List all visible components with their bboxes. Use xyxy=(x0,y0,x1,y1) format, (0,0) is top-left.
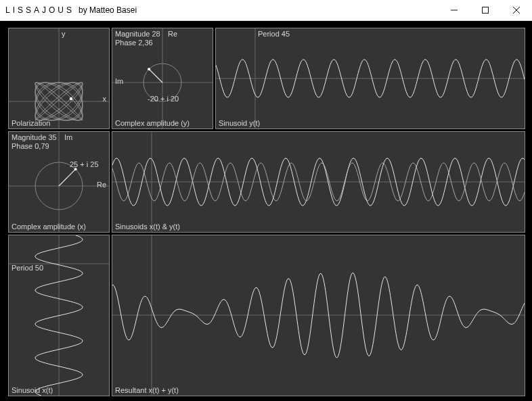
minimize-icon xyxy=(451,7,458,14)
svg-point-18 xyxy=(74,168,77,170)
app-title: LISSAJOUS xyxy=(5,5,74,15)
app-author: by Matteo Basei xyxy=(79,5,137,15)
panel-sinusoids-xy[interactable]: Sinusoids x(t) & y(t) xyxy=(112,131,525,233)
panel-resultant[interactable]: Resultant x(t) + y(t) xyxy=(112,235,525,396)
svg-point-6 xyxy=(70,97,72,100)
title-bar: LISSAJOUS by Matteo Basei xyxy=(0,0,532,21)
close-icon xyxy=(513,7,520,14)
svg-line-17 xyxy=(59,169,76,186)
panel-complex-x[interactable]: Magnitude 35 Phase 0,79 Im Re 25 + i 25 … xyxy=(8,131,110,233)
svg-line-10 xyxy=(149,69,162,82)
maximize-icon xyxy=(482,7,489,14)
svg-point-11 xyxy=(148,68,150,70)
close-button[interactable] xyxy=(501,0,532,20)
panel-polarization[interactable]: x y Polarization xyxy=(8,28,110,129)
panel-sinusoid-y[interactable]: Period 45 Sinusoid y(t) xyxy=(215,28,525,129)
minimize-button[interactable] xyxy=(439,0,470,20)
panel-sinusoid-x[interactable]: Period 50 Sinusoid x(t) xyxy=(8,235,110,396)
client-area: x y Polarization Magnitude 28 Phase 2,36… xyxy=(0,21,532,401)
svg-rect-1 xyxy=(483,7,489,14)
panel-complex-y[interactable]: Magnitude 28 Phase 2,36 Re Im -20 + i 20… xyxy=(112,28,213,129)
maximize-button[interactable] xyxy=(470,0,501,20)
